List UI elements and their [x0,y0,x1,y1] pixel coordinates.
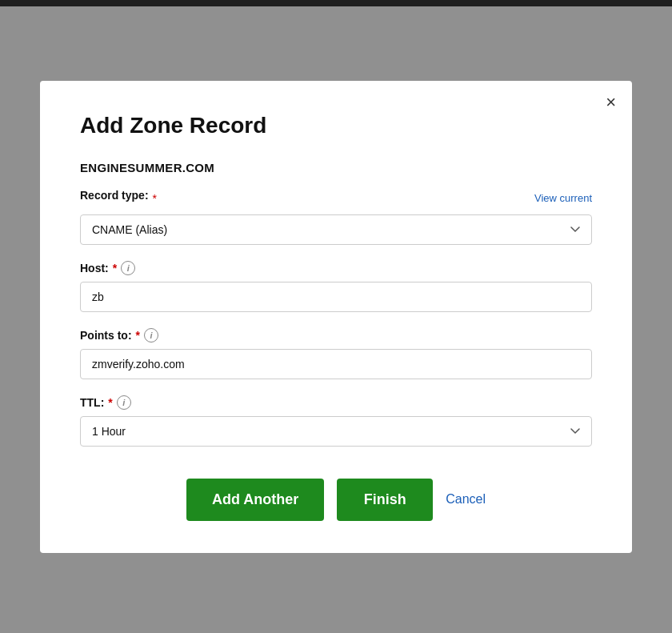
view-current-link[interactable]: View current [534,192,592,204]
record-type-field: Record type: * View current CNAME (Alias… [80,189,592,245]
host-required: * [113,262,117,274]
ttl-info-icon[interactable]: i [117,395,131,410]
record-type-select[interactable]: CNAME (Alias) A AAAA MX TXT SRV CAA NS [80,214,592,245]
points-to-info-icon[interactable]: i [144,328,158,343]
host-field: Host: * i [80,261,592,312]
host-info-icon[interactable]: i [121,261,135,275]
host-label: Host: [80,262,109,274]
points-to-input[interactable] [80,349,592,379]
record-type-label: Record type: [80,189,149,202]
actions-row: Add Another Finish Cancel [80,479,592,521]
domain-label: ENGINESUMMER.COM [80,161,592,174]
points-to-label: Points to: [80,329,132,342]
points-to-field: Points to: * i [80,328,592,379]
cancel-button[interactable]: Cancel [446,492,486,507]
host-input[interactable] [80,282,592,312]
ttl-required: * [108,396,112,409]
ttl-select[interactable]: Auto 1 Minute 5 Minutes 30 Minutes 1 Hou… [80,416,592,447]
add-another-button[interactable]: Add Another [186,479,324,521]
ttl-label: TTL: [80,396,104,409]
record-type-required: * [153,192,157,205]
modal-overlay: × Add Zone Record ENGINESUMMER.COM Recor… [0,0,672,633]
finish-button[interactable]: Finish [337,479,433,521]
close-button[interactable]: × [606,94,616,111]
modal-dialog: × Add Zone Record ENGINESUMMER.COM Recor… [40,81,632,553]
ttl-field: TTL: * i Auto 1 Minute 5 Minutes 30 Minu… [80,395,592,447]
points-to-required: * [136,329,140,342]
modal-title: Add Zone Record [80,113,592,138]
